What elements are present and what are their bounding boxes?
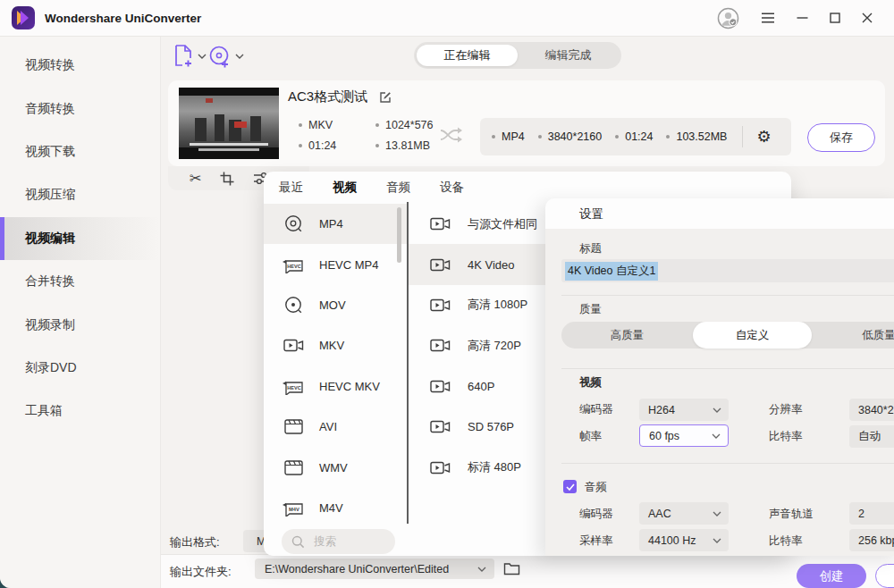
app-title: Wondershare UniConverter [45,12,201,25]
menu-icon[interactable] [761,13,775,23]
search-input[interactable] [312,534,385,549]
svg-text:HEVC: HEVC [287,264,301,269]
title-input[interactable]: 4K Video 自定义1 [561,259,894,282]
sidebar-item-video-download[interactable]: 视频下载 [0,130,160,173]
chevron-down-icon [198,54,207,59]
quality-label: 质量 [579,302,602,317]
audio-encoder-dropdown[interactable]: AAC [639,502,729,525]
sidebar: 视频转换 音频转换 视频下载 视频压缩 视频编辑 合并转换 视频录制 刻录DVD… [0,37,161,588]
chevron-down-icon [713,538,721,543]
sidebar-item-video-edit[interactable]: 视频编辑 [0,217,160,260]
create-button[interactable]: 创建 [797,564,866,588]
svg-text:HEVC: HEVC [287,385,301,391]
format-list-scrollbar[interactable] [397,207,401,263]
format-item-hevc-mp4[interactable]: HEVC HEVC MP4 [264,244,407,284]
app-logo-icon [12,6,35,29]
settings-gear-icon[interactable]: ⚙ [756,129,771,145]
rename-icon[interactable] [378,90,392,105]
format-item-hevc-mkv[interactable]: HEVC HEVC MKV [264,366,407,407]
quality-high[interactable]: 高质量 [561,322,693,349]
video-camera-icon [428,379,452,394]
audio-tracks-label: 声音轨道 [769,507,814,522]
edit-state-toggle: 正在编辑 编辑完成 [414,42,621,69]
secondary-action-button[interactable] [875,564,894,588]
audio-tracks-field[interactable]: 2 [849,502,894,525]
trim-scissors-icon[interactable]: ✂ [190,172,201,186]
video-camera-icon [428,257,452,273]
hevc-badge-icon: HEVC [282,378,306,395]
framerate-dropdown[interactable]: 60 fps [639,424,729,447]
hevc-badge-icon: HEVC [282,256,306,273]
resolution-label: 分辨率 [769,402,803,417]
output-folder-field[interactable]: E:\Wondershare UniConverter\Edited [255,559,494,579]
toggle-editing[interactable]: 正在编辑 [417,45,518,66]
video-section-label: 视频 [579,375,602,391]
maximize-button[interactable] [830,13,840,23]
sidebar-item-video-compress[interactable]: 视频压缩 [0,173,160,216]
video-thumbnail[interactable] [179,88,279,159]
format-search-box[interactable] [282,529,395,554]
quality-custom[interactable]: 自定义 [693,322,812,349]
add-file-button[interactable] [173,44,207,68]
format-item-mkv[interactable]: MKV [264,325,407,365]
minimize-button[interactable] [797,13,808,23]
sidebar-item-audio-convert[interactable]: 音频转换 [0,87,160,130]
audio-checkbox[interactable] [563,480,577,493]
close-button[interactable] [862,13,873,23]
add-dvd-icon [208,45,232,68]
chevron-down-icon [235,54,244,59]
tab-device[interactable]: 设备 [437,180,467,202]
tab-video[interactable]: 视频 [330,180,359,202]
sidebar-item-toolbox[interactable]: 工具箱 [0,390,160,433]
chevron-down-icon[interactable] [477,567,486,572]
format-tabs: 最近 视频 音频 设备 [264,172,791,202]
sidebar-item-merge-convert[interactable]: 合并转换 [0,260,160,303]
samplerate-label: 采样率 [579,533,613,549]
format-item-mp4[interactable]: MP4 [264,204,407,244]
samplerate-dropdown[interactable]: 44100 Hz [639,529,729,551]
tab-recent[interactable]: 最近 [276,180,306,202]
format-item-mov[interactable]: MOV [264,285,407,325]
title-bar: Wondershare UniConverter [0,0,894,37]
account-avatar-icon[interactable] [717,7,739,29]
convert-arrows-icon [439,125,464,145]
video-camera-icon [428,460,452,475]
open-folder-icon[interactable] [503,561,520,575]
framerate-label: 帧率 [579,429,602,444]
toggle-done[interactable]: 编辑完成 [518,45,619,66]
quality-segmented-control: 高质量 自定义 低质量 [561,322,894,349]
sidebar-item-video-convert[interactable]: 视频转换 [0,44,160,87]
add-dvd-button[interactable] [208,45,244,68]
format-item-wmv[interactable]: WMV [264,447,407,487]
chevron-down-icon [713,511,721,517]
format-item-m4v[interactable]: M4V M4V [264,488,407,528]
video-camera-icon [282,338,306,353]
bottom-bar: 输出文件夹: E:\Wondershare UniConverter\Edite… [161,554,894,588]
settings-title: 设置 [579,206,603,223]
quality-low[interactable]: 低质量 [812,322,894,349]
chevron-down-icon [712,433,721,439]
video-encoder-label: 编码器 [579,402,613,417]
video-bitrate-label: 比特率 [769,429,803,444]
source-info: MKV 1024*576 01:24 13.81MB [299,119,434,152]
sidebar-item-screen-record[interactable]: 视频录制 [0,303,160,346]
chevron-down-icon [713,407,721,413]
target-format-summary[interactable]: MP4 3840*2160 01:24 103.52MB ⚙ [480,118,791,155]
video-encoder-dropdown[interactable]: H264 [639,399,729,421]
output-folder-label: 输出文件夹: [170,564,232,580]
crop-icon[interactable] [220,172,234,186]
video-bitrate-field[interactable]: 自动 [849,425,894,448]
m4v-badge-icon: M4V [282,500,306,517]
tab-audio[interactable]: 音频 [384,180,413,202]
sidebar-item-burn-dvd[interactable]: 刻录DVD [0,347,160,390]
resolution-field[interactable]: 3840*2160 [849,399,894,421]
format-item-avi[interactable]: AVI [264,407,407,447]
file-title: AC3格式测试 [288,88,367,105]
save-button[interactable]: 保存 [807,123,875,152]
audio-bitrate-field[interactable]: 256 kbps [849,529,894,551]
clapperboard-icon [282,460,306,475]
settings-panel: 设置 标题 4K Video 自定义1 质量 高质量 自定义 低质量 视频 编码… [545,198,894,556]
audio-section-label: 音频 [585,480,607,495]
add-file-icon [173,44,194,68]
audio-bitrate-label: 比特率 [769,533,803,549]
